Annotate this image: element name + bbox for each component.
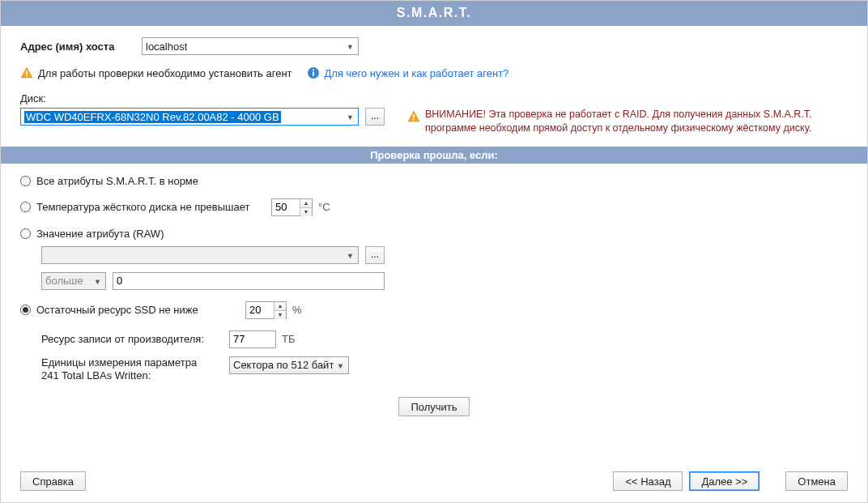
raw-attr-select[interactable]: ▼ xyxy=(41,246,359,264)
warning-icon xyxy=(20,66,33,79)
temp-input[interactable] xyxy=(272,199,300,215)
ssd-vendor-input[interactable] xyxy=(229,330,276,348)
ssd-percent-input[interactable] xyxy=(246,302,274,318)
section-header: Проверка прошла, если: xyxy=(1,147,867,164)
radio-all-ok[interactable] xyxy=(20,176,31,186)
get-button[interactable]: Получить xyxy=(398,397,469,416)
raw-compare-select[interactable]: больше ▼ xyxy=(41,272,106,290)
raw-compare-value: больше xyxy=(45,275,83,287)
body: Адрес (имя) хоста localhost ▼ Для работы… xyxy=(1,26,867,462)
svg-rect-4 xyxy=(313,70,314,71)
radio-ssd[interactable] xyxy=(20,305,31,315)
raw-threshold-input[interactable] xyxy=(113,272,385,290)
agent-help-link[interactable]: Для чего нужен и как работает агент? xyxy=(325,67,509,79)
opt-all-ok-label: Все атрибуты S.M.A.R.T. в норме xyxy=(36,175,198,187)
ssd-units-label-2: 241 Total LBAs Written: xyxy=(41,369,229,382)
radio-raw[interactable] xyxy=(20,228,31,239)
title-bar: S.M.A.R.T. xyxy=(1,1,867,26)
raid-warning: ВНИМАНИЕ! Эта проверка не работает с RAI… xyxy=(425,108,848,135)
stepper-arrows[interactable]: ▲▼ xyxy=(274,302,286,318)
disk-row: WDC WD40EFRX-68N32N0 Rev.82.00A82 - 4000… xyxy=(20,108,848,135)
host-select[interactable]: localhost ▼ xyxy=(142,37,359,55)
agent-row: Для работы проверки необходимо установит… xyxy=(20,66,848,79)
warning-icon xyxy=(407,110,420,123)
next-button[interactable]: Далее >> xyxy=(689,471,760,491)
disk-browse-button[interactable]: ... xyxy=(365,108,385,126)
title: S.M.A.R.T. xyxy=(397,6,471,19)
cancel-button[interactable]: Отмена xyxy=(785,471,848,491)
radio-temperature[interactable] xyxy=(20,202,31,212)
chevron-down-icon: ▼ xyxy=(347,252,354,260)
ssd-vendor-unit: ТБ xyxy=(282,333,295,345)
host-label: Адрес (имя) хоста xyxy=(20,40,142,53)
temp-stepper[interactable]: ▲▼ xyxy=(271,198,313,216)
raw-subgroup: ▼ ... больше ▼ xyxy=(36,246,848,290)
opt-ssd-label: Остаточный ресурс SSD не ниже xyxy=(36,304,245,316)
ssd-percent-unit: % xyxy=(292,304,302,316)
ssd-units-label-1: Единицы измерения параметра xyxy=(41,356,229,369)
svg-rect-3 xyxy=(313,72,314,77)
opt-raw: Значение атрибута (RAW) xyxy=(20,228,848,240)
smart-dialog: S.M.A.R.T. Адрес (имя) хоста localhost ▼… xyxy=(0,0,868,503)
opt-temp-label: Температура жёсткого диска не превышает xyxy=(36,201,271,213)
chevron-down-icon: ▼ xyxy=(94,278,101,286)
opt-raw-label: Значение атрибута (RAW) xyxy=(36,228,164,240)
opt-temperature: Температура жёсткого диска не превышает … xyxy=(20,198,848,216)
ssd-subgroup: Ресурс записи от производителя: ТБ Едини… xyxy=(36,330,848,398)
help-button[interactable]: Справка xyxy=(20,471,86,491)
disk-label: Диск: xyxy=(20,92,46,104)
svg-rect-1 xyxy=(26,75,28,77)
svg-rect-5 xyxy=(413,114,415,118)
svg-rect-6 xyxy=(413,119,415,121)
info-icon xyxy=(307,66,320,79)
agent-warning-text: Для работы проверки необходимо установит… xyxy=(38,67,292,79)
disk-value: WDC WD40EFRX-68N32N0 Rev.82.00A82 - 4000… xyxy=(24,111,281,123)
ssd-units-select[interactable]: Сектора по 512 байт ▼ xyxy=(229,356,349,374)
chevron-down-icon: ▼ xyxy=(347,43,354,51)
ssd-percent-stepper[interactable]: ▲▼ xyxy=(245,301,287,319)
opt-ssd: Остаточный ресурс SSD не ниже ▲▼ % xyxy=(20,301,848,319)
stepper-arrows[interactable]: ▲▼ xyxy=(300,199,312,215)
opt-all-attributes: Все атрибуты S.M.A.R.T. в норме xyxy=(20,175,848,187)
disk-select[interactable]: WDC WD40EFRX-68N32N0 Rev.82.00A82 - 4000… xyxy=(20,108,359,126)
footer: Справка << Назад Далее >> Отмена xyxy=(1,462,867,502)
raw-browse-button[interactable]: ... xyxy=(365,246,385,264)
host-value: localhost xyxy=(146,40,187,53)
back-button[interactable]: << Назад xyxy=(613,471,683,491)
chevron-down-icon: ▼ xyxy=(347,113,354,121)
host-row: Адрес (имя) хоста localhost ▼ xyxy=(20,37,848,55)
svg-rect-0 xyxy=(26,70,28,75)
chevron-down-icon: ▼ xyxy=(337,362,344,370)
ssd-units-value: Сектора по 512 байт xyxy=(233,359,334,371)
ssd-vendor-label: Ресурс записи от производителя: xyxy=(41,333,229,345)
temp-unit: °C xyxy=(318,201,330,213)
